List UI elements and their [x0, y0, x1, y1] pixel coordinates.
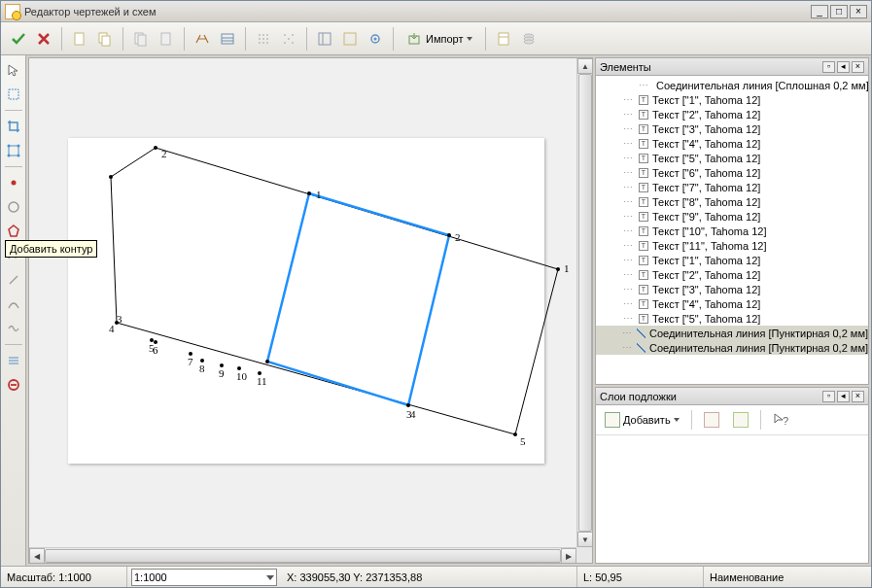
canvas[interactable]: 123451234567891011 — [29, 58, 576, 547]
dimensions-button[interactable] — [191, 27, 214, 51]
curve-tool[interactable] — [3, 318, 24, 339]
arc-tool[interactable] — [3, 294, 24, 315]
tree-item[interactable]: Текст ["5", Tahoma 12] — [596, 311, 868, 326]
tree-item[interactable]: Текст ["6", Tahoma 12] — [596, 165, 868, 180]
tree-item[interactable]: Соединительная линия [Пунктирная 0,2 мм] — [596, 326, 868, 340]
tree-item[interactable]: Текст ["11", Tahoma 12] — [596, 238, 868, 253]
add-layer-label: Добавить — [623, 414, 671, 426]
layer-help-button[interactable]: ? — [768, 409, 793, 431]
doc2-button[interactable] — [155, 27, 178, 51]
status-length: L: 50,95 — [577, 567, 704, 587]
scroll-down-icon[interactable]: ▼ — [577, 532, 593, 547]
tree-item-label: Текст ["1", Tahoma 12] — [652, 94, 760, 106]
transform-tool[interactable] — [3, 140, 24, 161]
scale-combo[interactable]: 1:1000 — [131, 569, 277, 586]
line-tool[interactable] — [3, 269, 24, 291]
point-tool[interactable] — [3, 172, 24, 193]
tree-item[interactable]: Текст ["8", Tahoma 12] — [596, 194, 868, 209]
separator — [5, 166, 22, 167]
pointer-tool[interactable] — [3, 59, 24, 81]
tree-item[interactable]: Текст ["2", Tahoma 12] — [596, 107, 868, 121]
delete-tool[interactable] — [3, 374, 24, 396]
horizontal-scrollbar[interactable]: ◀ ▶ — [29, 547, 576, 563]
cancel-button[interactable] — [32, 27, 55, 51]
tree-item[interactable]: Соединительная линия [Пунктирная 0,2 мм] — [596, 340, 868, 355]
table-button[interactable] — [216, 27, 239, 51]
tree-item[interactable]: Текст ["4", Tahoma 12] — [596, 136, 868, 151]
panel-pin-button[interactable]: ◂ — [837, 61, 850, 73]
maximize-button[interactable]: □ — [830, 5, 848, 18]
tree-item[interactable]: Текст ["7", Tahoma 12] — [596, 180, 868, 194]
layer-btn-2[interactable] — [728, 409, 753, 431]
status-scale: Масштаб: 1:1000 — [1, 567, 127, 587]
vertical-scrollbar[interactable]: ▲ ▼ — [576, 58, 592, 547]
copy-button[interactable] — [93, 27, 117, 51]
crop-tool[interactable] — [3, 116, 24, 137]
line-icon — [637, 343, 645, 353]
tree-item[interactable]: Текст ["3", Tahoma 12] — [596, 282, 868, 296]
scroll-left-icon[interactable]: ◀ — [29, 548, 45, 564]
svg-point-11 — [266, 34, 268, 36]
panel-dock-button[interactable]: ▫ — [822, 391, 835, 402]
gear-button[interactable] — [364, 27, 387, 51]
close-button[interactable]: × — [850, 5, 867, 18]
layers-list[interactable] — [596, 435, 868, 563]
elements-tree[interactable]: Соединительная линия [Сплошная 0,2 мм]Те… — [596, 76, 868, 384]
window-title: Редактор чертежей и схем — [24, 6, 809, 17]
app-window: Редактор чертежей и схем _ □ × Импорт — [0, 0, 872, 588]
panel-dock-button[interactable]: ▫ — [822, 61, 835, 73]
svg-rect-4 — [138, 35, 146, 46]
tree-item-label: Текст ["6", Tahoma 12] — [652, 167, 760, 179]
panel-close-button[interactable]: × — [852, 61, 864, 73]
grid1-button[interactable] — [252, 27, 275, 51]
select-area-tool[interactable] — [3, 84, 24, 105]
panel-close-button[interactable]: × — [852, 391, 864, 402]
layer-icon — [704, 412, 719, 428]
layout1-button[interactable] — [313, 27, 336, 51]
tree-item[interactable]: Текст ["10", Tahoma 12] — [596, 224, 868, 238]
separator — [485, 27, 486, 51]
main-toolbar: Импорт — [1, 22, 871, 55]
title-bar: Редактор чертежей и схем _ □ × — [1, 1, 871, 22]
panel-pin-button[interactable]: ◂ — [837, 391, 850, 402]
accept-button[interactable] — [7, 27, 30, 51]
grid2-button[interactable] — [277, 27, 300, 51]
import-button[interactable]: Импорт — [400, 27, 479, 51]
svg-point-39 — [17, 155, 19, 157]
scroll-up-icon[interactable]: ▲ — [577, 58, 593, 74]
contour-tool[interactable] — [3, 221, 24, 242]
doc1-button[interactable] — [129, 27, 153, 51]
tree-item[interactable]: Текст ["2", Tahoma 12] — [596, 267, 868, 282]
sheet-button[interactable] — [492, 27, 515, 51]
minimize-button[interactable]: _ — [811, 5, 828, 18]
tree-item-label: Соединительная линия [Пунктирная 0,2 мм] — [649, 342, 868, 354]
content-area: Добавить контур 123451234567891011 ▲ ▼ ◀ — [1, 55, 871, 566]
list-tool[interactable] — [3, 350, 24, 371]
tree-item[interactable]: Текст ["9", Tahoma 12] — [596, 209, 868, 224]
layers-panel: Слои подложки ▫ ◂ × Добавить — [595, 387, 869, 564]
tree-item-label: Текст ["9", Tahoma 12] — [652, 211, 760, 223]
tree-item[interactable]: Соединительная линия [Сплошная 0,2 мм] — [596, 78, 868, 92]
scroll-thumb[interactable] — [578, 74, 592, 532]
tree-item[interactable]: Текст ["3", Tahoma 12] — [596, 121, 868, 136]
circle-tool[interactable] — [3, 196, 24, 218]
svg-text:4: 4 — [109, 323, 115, 334]
tree-item[interactable]: Текст ["1", Tahoma 12] — [596, 253, 868, 267]
layer-btn-1[interactable] — [699, 409, 724, 431]
tree-item[interactable]: Текст ["1", Tahoma 12] — [596, 92, 868, 107]
scroll-thumb[interactable] — [45, 549, 561, 563]
tree-item[interactable]: Текст ["4", Tahoma 12] — [596, 296, 868, 311]
right-panel: Элементы ▫ ◂ × Соединительная линия [Спл… — [595, 55, 871, 566]
svg-point-20 — [288, 38, 290, 40]
chevron-down-icon — [266, 575, 274, 580]
new-button[interactable] — [68, 27, 91, 51]
scroll-right-icon[interactable]: ▶ — [561, 548, 576, 564]
tree-item[interactable]: Текст ["5", Tahoma 12] — [596, 151, 868, 165]
svg-point-13 — [262, 38, 264, 40]
tree-item-label: Текст ["7", Tahoma 12] — [652, 182, 760, 193]
text-icon — [639, 154, 648, 163]
stack-button[interactable] — [517, 27, 541, 51]
layout2-button[interactable] — [338, 27, 362, 51]
tree-item-label: Текст ["2", Tahoma 12] — [652, 109, 760, 121]
add-layer-button[interactable]: Добавить — [600, 409, 684, 431]
